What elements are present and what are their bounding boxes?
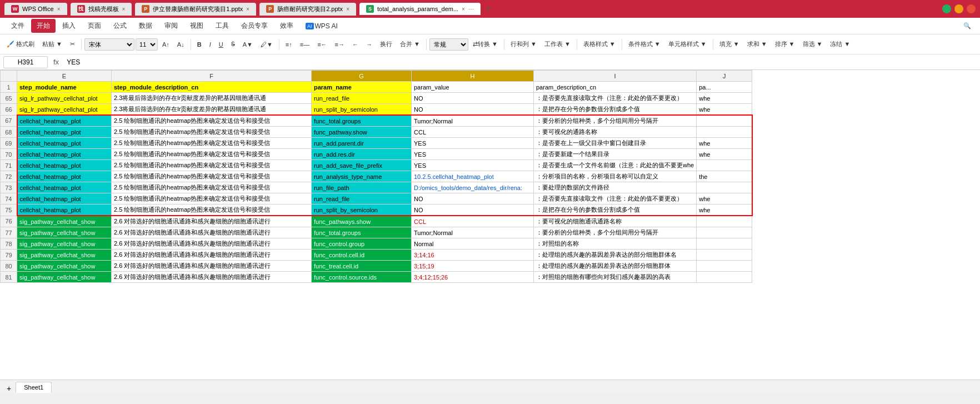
menu-tools[interactable]: 工具 <box>210 19 234 33</box>
cell-F1[interactable]: step_module_description_cn <box>112 82 312 93</box>
cell-H68[interactable]: CCL <box>412 127 534 138</box>
font-size-selector[interactable]: 11 <box>136 38 158 51</box>
cell-E70[interactable]: cellchat_heatmap_plot <box>17 149 112 160</box>
cell-reference-input[interactable] <box>3 56 48 68</box>
convert-button[interactable]: ⇄转换 ▼ <box>469 38 501 50</box>
cond-format-button[interactable]: 条件格式 ▼ <box>625 38 664 50</box>
indent-inc-button[interactable]: → <box>363 39 376 49</box>
cell-F65[interactable]: 2.3将最后筛选到的存在lr贡献度差异的靶基因细胞通讯通 <box>112 93 312 104</box>
tab-template[interactable]: 找 找稿壳模板 × <box>71 3 132 16</box>
menu-formula[interactable]: 公式 <box>108 19 132 33</box>
bold-button[interactable]: B <box>194 39 205 49</box>
cell-J71[interactable] <box>697 160 752 171</box>
search-button[interactable]: 🔍 <box>960 21 974 31</box>
tab-menu-icon[interactable]: ⋯ <box>468 6 474 12</box>
cell-F68[interactable]: 2.5 绘制细胞通讯的heatmap热图来确定发送信号和接受信 <box>112 127 312 138</box>
cell-J66[interactable]: whe <box>697 104 752 116</box>
cell-G70[interactable]: run_add.res.dir <box>312 149 412 160</box>
format-brush-button[interactable]: 🖌️ 格式刷 <box>3 38 38 50</box>
cell-E67[interactable]: cellchat_heatmap_plot <box>17 115 112 127</box>
italic-button[interactable]: I <box>206 39 214 49</box>
filter-button[interactable]: 筛选 ▼ <box>799 38 826 50</box>
spreadsheet-container[interactable]: E F G H I J 1 step_module_name step_modu… <box>0 70 980 380</box>
align-left-top-button[interactable]: ≡↑ <box>282 39 296 49</box>
cell-H80[interactable]: 3;15;19 <box>412 261 534 272</box>
cell-J65[interactable]: whe <box>697 93 752 104</box>
cell-F72[interactable]: 2.5 绘制细胞通讯的heatmap热图来确定发送信号和接受信 <box>112 171 312 182</box>
col-header-I[interactable]: I <box>534 71 697 82</box>
cell-F70[interactable]: 2.5 绘制细胞通讯的heatmap热图来确定发送信号和接受信 <box>112 149 312 160</box>
cell-J70[interactable]: whe <box>697 149 752 160</box>
menu-data[interactable]: 数据 <box>133 19 158 33</box>
cell-J75[interactable]: whe <box>697 205 752 216</box>
cell-G69[interactable]: run_add.parent.dir <box>312 138 412 149</box>
align-center-v-button[interactable]: ≡— <box>297 39 313 49</box>
tab-wps-office[interactable]: W WPS Office × <box>4 3 67 15</box>
cell-F78[interactable]: 2.6 对筛选好的细胞通讯通路和感兴趣细胞的细胞通讯进行 <box>112 238 312 250</box>
sum-button[interactable]: 求和 ▼ <box>744 38 771 50</box>
cell-I77[interactable]: ：要分析的分组种类，多个分组间用分号隔开 <box>534 227 697 238</box>
cell-G75[interactable]: run_split_by_semicolon <box>312 205 412 216</box>
tab-close-template[interactable]: × <box>122 6 126 12</box>
cell-F66[interactable]: 2.3将最后筛选到的存在lr贡献度差异的靶基因细胞通讯通 <box>112 104 312 116</box>
number-format-selector[interactable]: 常规 <box>429 38 468 51</box>
tab-sheet[interactable]: S total_analysis_params_dem... × ⋯ <box>359 3 481 15</box>
cell-F79[interactable]: 2.6 对筛选好的细胞通讯通路和感兴趣细胞的细胞通讯进行 <box>112 250 312 261</box>
cell-F81[interactable]: 2.6 对筛选好的细胞通讯通路和感兴趣细胞的细胞通讯进行 <box>112 272 312 283</box>
cell-G74[interactable]: run_read_file <box>312 193 412 205</box>
cell-I69[interactable]: ：是否要在上一级父目录中窗口创建目录 <box>534 138 697 149</box>
cell-J74[interactable]: whe <box>697 193 752 205</box>
cell-J76[interactable] <box>697 216 752 227</box>
close-button[interactable] <box>967 4 976 13</box>
paste-button[interactable]: 粘贴 ▼ <box>39 38 66 50</box>
align-right-button[interactable]: ≡→ <box>332 39 348 49</box>
cell-G81[interactable]: func_control.source.ids <box>312 272 412 283</box>
cell-G76[interactable]: func_pathways.show <box>312 216 412 227</box>
cell-I66[interactable]: ：是把存在分号的参数值分割成多个值 <box>534 104 697 116</box>
tab-close-wps[interactable]: × <box>57 6 61 12</box>
cell-G1[interactable]: param_name <box>312 82 412 93</box>
cell-E79[interactable]: sig_pathway_cellchat_show <box>17 250 112 261</box>
cell-G68[interactable]: func_pathway.show <box>312 127 412 138</box>
menu-efficiency[interactable]: 效率 <box>274 19 299 33</box>
cell-E66[interactable]: sig_lr_pathway_cellchat_plot <box>17 104 112 116</box>
cell-F74[interactable]: 2.5 绘制细胞通讯的heatmap热图来确定发送信号和接受信 <box>112 193 312 205</box>
menu-insert[interactable]: 插入 <box>57 19 81 33</box>
col-header-G[interactable]: G <box>312 71 412 82</box>
cell-E72[interactable]: cellchat_heatmap_plot <box>17 171 112 182</box>
cell-F69[interactable]: 2.5 绘制细胞通讯的heatmap热图来确定发送信号和接受信 <box>112 138 312 149</box>
cell-H74[interactable]: NO <box>412 193 534 205</box>
menu-start[interactable]: 开始 <box>31 19 56 33</box>
cell-I74[interactable]: ：是否要先直接读取文件（注意：此处的值不要更改） <box>534 193 697 205</box>
menu-vip[interactable]: 会员专享 <box>236 19 273 33</box>
cell-G73[interactable]: run_file_path <box>312 182 412 193</box>
font-increase-button[interactable]: A↑ <box>159 39 173 49</box>
cell-J81[interactable] <box>697 272 752 283</box>
cell-J79[interactable] <box>697 250 752 261</box>
cell-I76[interactable]: ：要可视化的细胞通讯通路名称 <box>534 216 697 227</box>
cell-E1[interactable]: step_module_name <box>17 82 112 93</box>
cell-E74[interactable]: cellchat_heatmap_plot <box>17 193 112 205</box>
cell-G67[interactable]: func_total.groups <box>312 115 412 127</box>
cell-E69[interactable]: cellchat_heatmap_plot <box>17 138 112 149</box>
cell-I71[interactable]: ：是否要生成一个文件名前缀（注意：此处的值不要更whe <box>534 160 697 171</box>
minimize-button[interactable] <box>942 4 951 13</box>
cell-I70[interactable]: ：是否要新建一个结果目录 <box>534 149 697 160</box>
cell-E71[interactable]: cellchat_heatmap_plot <box>17 160 112 171</box>
cell-H72[interactable]: 10.2.5.cellchat_heatmap_plot <box>412 171 534 182</box>
cell-H76[interactable]: CCL <box>412 216 534 227</box>
cell-I67[interactable]: ：要分析的分组种类，多个分组间用分号隔开 <box>534 115 697 127</box>
worksheet-button[interactable]: 工作表 ▼ <box>541 38 574 50</box>
cell-H81[interactable]: 3;4;12;15;26 <box>412 272 534 283</box>
cell-H79[interactable]: 3;14;16 <box>412 250 534 261</box>
cell-I75[interactable]: ：是把存在分号的参数值分割成多个值 <box>534 205 697 216</box>
sort-button[interactable]: 排序 ▼ <box>772 38 798 50</box>
cell-J67[interactable] <box>697 115 752 127</box>
cell-E68[interactable]: cellchat_heatmap_plot <box>17 127 112 138</box>
cell-F71[interactable]: 2.5 绘制细胞通讯的heatmap热图来确定发送信号和接受信 <box>112 160 312 171</box>
freeze-button[interactable]: 冻结 ▼ <box>827 38 853 50</box>
align-left-button[interactable]: ≡← <box>314 39 330 49</box>
cell-E80[interactable]: sig_pathway_cellchat_show <box>17 261 112 272</box>
col-header-F[interactable]: F <box>112 71 312 82</box>
cell-I78[interactable]: ：对照组的名称 <box>534 238 697 250</box>
